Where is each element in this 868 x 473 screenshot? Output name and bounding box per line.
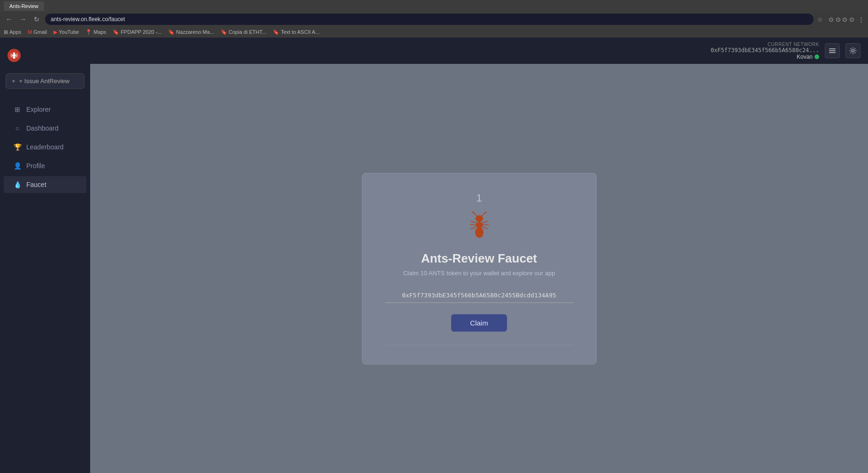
bookmark-copia[interactable]: 🔖 Copia di ETHT... <box>221 29 266 35</box>
bookmark-maps[interactable]: 📍 Maps <box>85 29 106 35</box>
dashboard-icon: ○ <box>13 124 22 132</box>
more-icon[interactable]: ⋮ <box>858 16 864 23</box>
svg-line-20 <box>471 221 476 223</box>
ant-logo-icon <box>9 50 19 61</box>
browser-toolbar: ← → ↻ ☆ ⊙ ⊙ ⊙ ⊙ ⋮ <box>0 12 868 26</box>
settings-icon <box>849 47 857 54</box>
sidebar-item-faucet[interactable]: 💧 Faucet <box>4 176 86 193</box>
bookmark-nazzareno[interactable]: 🔖 Nazzareno Ma... <box>168 29 214 35</box>
bookmark-apps[interactable]: ⊞ Apps <box>4 29 21 35</box>
url-bar[interactable] <box>45 14 814 25</box>
sidebar-item-profile[interactable]: 👤 Profile <box>4 157 86 174</box>
forward-button[interactable]: → <box>18 15 28 24</box>
svg-point-17 <box>485 211 486 213</box>
svg-line-3 <box>11 54 13 54</box>
profile-icon: 👤 <box>13 162 22 170</box>
svg-line-8 <box>16 56 18 57</box>
svg-line-6 <box>16 54 18 54</box>
bookmark-text-ascii[interactable]: 🔖 Text to ASCII A... <box>273 29 320 35</box>
explorer-icon: ⊞ <box>13 106 22 113</box>
svg-point-12 <box>852 50 854 52</box>
svg-line-5 <box>11 56 13 57</box>
gmail-icon: M <box>28 29 32 35</box>
faucet-card: 1 <box>362 173 597 364</box>
network-label: CURRENT NETWORK <box>768 42 819 47</box>
wallet-address-display: 0xF5f7393dbE345f566b5A6580c24... <box>711 47 819 54</box>
svg-point-15 <box>472 211 473 213</box>
svg-point-19 <box>475 227 484 237</box>
bookmark-gmail[interactable]: M Gmail <box>28 29 47 35</box>
faucet-subtitle: Claim 10 ANTS token to your wallet and e… <box>403 270 555 277</box>
faucet-wrapper: 1 <box>90 64 868 473</box>
app-container: + + Issue AntReview ⊞ Explorer ○ Dashboa… <box>0 38 868 473</box>
svg-point-0 <box>12 54 15 57</box>
network-status-dot <box>814 54 819 59</box>
network-info: CURRENT NETWORK 0xF5f7393dbE345f566b5A65… <box>711 42 819 60</box>
svg-line-24 <box>482 225 488 225</box>
browser-tabs: Ants-Review <box>0 0 868 12</box>
ant-illustration <box>461 208 498 246</box>
browser-chrome: Ants-Review ← → ↻ ☆ ⊙ ⊙ ⊙ ⊙ ⋮ <box>0 0 868 26</box>
star-icon[interactable]: ☆ <box>817 16 823 23</box>
issue-antreview-button[interactable]: + + Issue AntReview <box>6 73 84 89</box>
sidebar-item-explorer[interactable]: ⊞ Explorer <box>4 101 86 118</box>
browser-tab[interactable]: Ants-Review <box>4 1 44 11</box>
bookmark-icon-1: 🔖 <box>113 29 119 35</box>
svg-point-1 <box>13 53 15 54</box>
bookmark-fpdapp[interactable]: 🔖 FPDAPP 2020 -... <box>113 29 161 35</box>
extension-icons: ⊙ ⊙ ⊙ ⊙ <box>829 16 854 23</box>
step-number: 1 <box>476 192 482 204</box>
svg-line-21 <box>470 225 476 225</box>
plus-icon: + <box>12 78 15 85</box>
svg-line-14 <box>473 212 477 216</box>
settings-icon-button[interactable] <box>845 43 860 58</box>
svg-rect-11 <box>829 52 836 53</box>
svg-line-25 <box>482 227 487 229</box>
list-icon <box>829 47 836 54</box>
ant-icon-container <box>461 208 498 248</box>
wallet-address-input[interactable] <box>385 288 574 303</box>
svg-line-22 <box>471 227 476 229</box>
list-icon-button[interactable] <box>825 43 840 58</box>
faucet-icon: 💧 <box>13 181 22 188</box>
card-divider <box>385 345 574 345</box>
maps-icon: 📍 <box>85 29 92 35</box>
bookmark-youtube[interactable]: ▶ YouTube <box>54 29 79 35</box>
sidebar-item-dashboard[interactable]: ○ Dashboard <box>4 120 86 137</box>
svg-point-2 <box>13 56 15 59</box>
sidebar: + + Issue AntReview ⊞ Explorer ○ Dashboa… <box>0 38 90 473</box>
apps-icon: ⊞ <box>4 29 8 35</box>
network-name: Kovan <box>797 54 819 60</box>
claim-button[interactable]: Claim <box>451 314 507 332</box>
svg-rect-10 <box>829 50 836 51</box>
svg-line-23 <box>482 221 487 223</box>
svg-point-13 <box>476 215 483 222</box>
app-logo <box>8 49 21 62</box>
svg-line-16 <box>481 212 485 216</box>
sidebar-logo <box>0 45 90 73</box>
bookmark-icon-3: 🔖 <box>221 29 227 35</box>
app-header: CURRENT NETWORK 0xF5f7393dbE345f566b5A65… <box>90 38 868 64</box>
reload-button[interactable]: ↻ <box>32 15 41 24</box>
main-content: CURRENT NETWORK 0xF5f7393dbE345f566b5A65… <box>90 38 868 473</box>
back-button[interactable]: ← <box>4 15 14 24</box>
leaderboard-icon: 🏆 <box>13 143 22 151</box>
sidebar-item-leaderboard[interactable]: 🏆 Leaderboard <box>4 139 86 155</box>
faucet-title: Ants-Review Faucet <box>421 251 537 266</box>
youtube-icon: ▶ <box>54 29 57 35</box>
svg-rect-9 <box>829 48 836 49</box>
bookmark-icon-4: 🔖 <box>273 29 279 35</box>
bookmark-icon-2: 🔖 <box>168 29 175 35</box>
bookmarks-bar: ⊞ Apps M Gmail ▶ YouTube 📍 Maps 🔖 FPDAPP… <box>0 26 868 38</box>
